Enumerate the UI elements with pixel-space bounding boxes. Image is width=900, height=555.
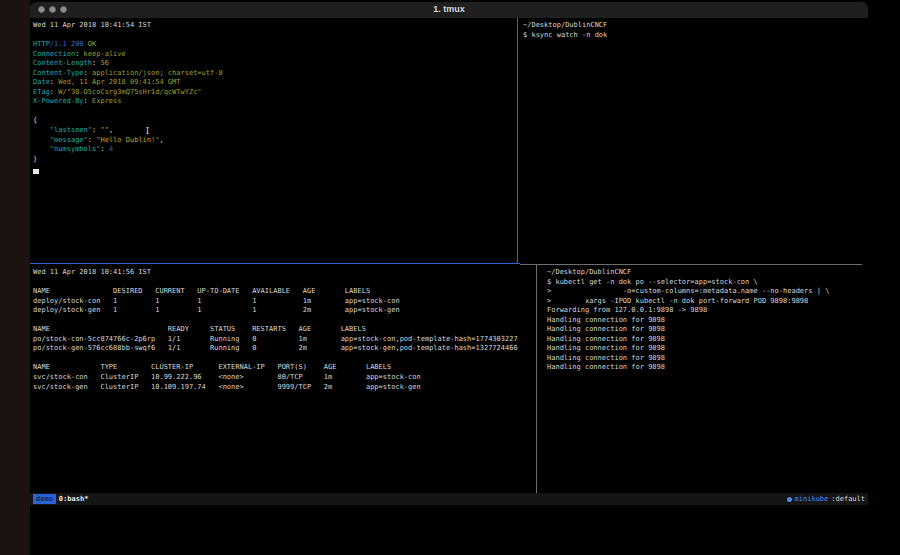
blank-line [33, 354, 533, 364]
command-line: $ ksync watch -n dok [523, 31, 863, 41]
http-protocol: HTTP [33, 40, 50, 48]
json-comma: , [159, 136, 163, 144]
output-line: Forwarding from 127.0.0.1:9898 -> 9898 [547, 306, 865, 316]
http-header-line: Date: Wed, 11 Apr 2018 09:41:54 GMT [33, 78, 513, 88]
json-field-line: "lastseen": "", [33, 126, 513, 136]
json-key: "message" [50, 136, 88, 144]
header-value: 56 [100, 59, 108, 67]
http-header-line: Connection: keep-alive [33, 50, 513, 60]
header-name: ETag [33, 88, 50, 96]
deploy-table-header: NAME DESIRED CURRENT UP-TO-DATE AVAILABL… [33, 287, 533, 297]
pod-row: po/stock-con-5cc874766c-2p6rp 1/1 Runnin… [33, 335, 533, 345]
output-line: Handling connection for 9898 [547, 335, 865, 345]
header-value: Express [92, 97, 122, 105]
http-version-status: /1.1 200 [50, 40, 88, 48]
output-line: Handling connection for 9898 [547, 316, 865, 326]
json-sep: : [100, 145, 108, 153]
blank-line [33, 278, 533, 288]
header-name: X-Powered-By [33, 97, 84, 105]
pane-divider-horizontal-inactive[interactable] [520, 264, 862, 265]
window-titlebar[interactable]: 1. tmux [30, 2, 868, 19]
http-header-line: Content-Length: 56 [33, 59, 513, 69]
header-sep: : [84, 97, 92, 105]
terminal-cursor [33, 169, 39, 174]
pane-divider-vertical-active[interactable] [517, 18, 518, 264]
header-value: Wed, 11 Apr 2018 09:41:54 GMT [58, 78, 180, 86]
desktop: 1. tmux Wed 11 Apr 2018 10:41:54 IST HTT… [0, 0, 900, 555]
json-field-line: "message": "Hello Dublin!", [33, 136, 513, 146]
output-line: Handling connection for 9898 [547, 325, 865, 335]
timestamp-line: Wed 11 Apr 2018 10:41:56 IST [33, 268, 533, 278]
pod-row: po/stock-gen-576cc688bb-swqf6 1/1 Runnin… [33, 344, 533, 354]
http-status-text: OK [88, 40, 96, 48]
json-open-brace: { [33, 116, 513, 126]
pane-http-response[interactable]: Wed 11 Apr 2018 10:41:54 IST HTTP/1.1 20… [33, 21, 513, 164]
http-header-line: ETag: W/"38-O5coCsrg3mQ75sHr1d/qcWTwYZc" [33, 88, 513, 98]
command-continuation: > xargs -IPOD kubectl -n dok port-forwar… [547, 297, 865, 307]
pane-divider-vertical-inactive[interactable] [536, 265, 537, 493]
tmux-terminal: Wed 11 Apr 2018 10:41:54 IST HTTP/1.1 20… [30, 18, 868, 493]
json-sep: : [88, 136, 96, 144]
svc-row: svc/stock-con ClusterIP 10.99.222.96 <no… [33, 373, 533, 383]
output-line: Handling connection for 9898 [547, 344, 865, 354]
terminal-window[interactable]: 1. tmux Wed 11 Apr 2018 10:41:54 IST HTT… [30, 2, 868, 505]
header-value: application/json; charset=utf-8 [92, 69, 223, 77]
pane-port-forward[interactable]: ~/Desktop/DublinCNCF $ kubectl get -n do… [547, 268, 865, 373]
http-header-line: Content-Type: application/json; charset=… [33, 69, 513, 79]
json-string-value: "Hello Dublin!" [96, 136, 159, 144]
svc-row: svc/stock-gen ClusterIP 10.109.197.74 <n… [33, 383, 533, 393]
json-indent [33, 145, 50, 153]
header-value: keep-alive [84, 50, 126, 58]
http-header-line: X-Powered-By: Express [33, 97, 513, 107]
desktop-edge [0, 0, 30, 555]
command-line: $ kubectl get -n dok po --selector=app=s… [547, 278, 865, 288]
json-field-line: "numsymbols": 4 [33, 145, 513, 155]
kubernetes-icon [787, 497, 792, 502]
json-close-brace: } [33, 155, 513, 165]
tmux-status-bar: demo 0:bash* minikube:default [30, 493, 868, 505]
pod-table-header: NAME READY STATUS RESTARTS AGE LABELS [33, 325, 533, 335]
json-key: "numsymbols" [50, 145, 101, 153]
mouse-text-cursor-icon: I [144, 125, 151, 136]
cwd-line: ~/Desktop/DublinCNCF [523, 21, 863, 31]
json-indent [33, 126, 50, 134]
header-sep: : [84, 69, 92, 77]
json-string-value: "" [100, 126, 108, 134]
header-name: Connection [33, 50, 75, 58]
timestamp-line: Wed 11 Apr 2018 10:41:54 IST [33, 21, 513, 31]
session-name-badge: demo [33, 494, 56, 504]
command-continuation: > -o=custom-columns=:metadata.name --no-… [547, 287, 865, 297]
blank-line [33, 316, 533, 326]
cwd-line: ~/Desktop/DublinCNCF [547, 268, 865, 278]
pane-kubectl-resources[interactable]: Wed 11 Apr 2018 10:41:56 IST NAME DESIRE… [33, 268, 533, 392]
output-line: Handling connection for 9898 [547, 354, 865, 364]
output-line: Handling connection for 9898 [547, 363, 865, 373]
kube-context: minikube [795, 495, 829, 503]
json-indent [33, 136, 50, 144]
json-comma: , [109, 126, 113, 134]
json-number-value: 4 [109, 145, 113, 153]
pane-divider-horizontal-active[interactable] [30, 263, 520, 264]
window-tab-active[interactable]: 0:bash* [59, 495, 89, 503]
deploy-row: deploy/stock-con 1 1 1 1 1m app=stock-co… [33, 297, 533, 307]
header-sep: : [75, 50, 83, 58]
blank-line [33, 31, 513, 41]
http-status-line: HTTP/1.1 200 OK [33, 40, 513, 50]
deploy-row: deploy/stock-gen 1 1 1 1 2m app=stock-ge… [33, 306, 533, 316]
pane-ksync[interactable]: ~/Desktop/DublinCNCF $ ksync watch -n do… [523, 21, 863, 40]
blank-line [33, 107, 513, 117]
header-name: Content-Length [33, 59, 92, 67]
kube-namespace: :default [831, 495, 865, 503]
header-value: W/"38-O5coCsrg3mQ75sHr1d/qcWTwYZc" [58, 88, 201, 96]
svc-table-header: NAME TYPE CLUSTER-IP EXTERNAL-IP PORT(S)… [33, 363, 533, 373]
header-name: Date [33, 78, 50, 86]
header-name: Content-Type [33, 69, 84, 77]
json-key: "lastseen" [50, 126, 92, 134]
window-title: 1. tmux [30, 4, 868, 14]
